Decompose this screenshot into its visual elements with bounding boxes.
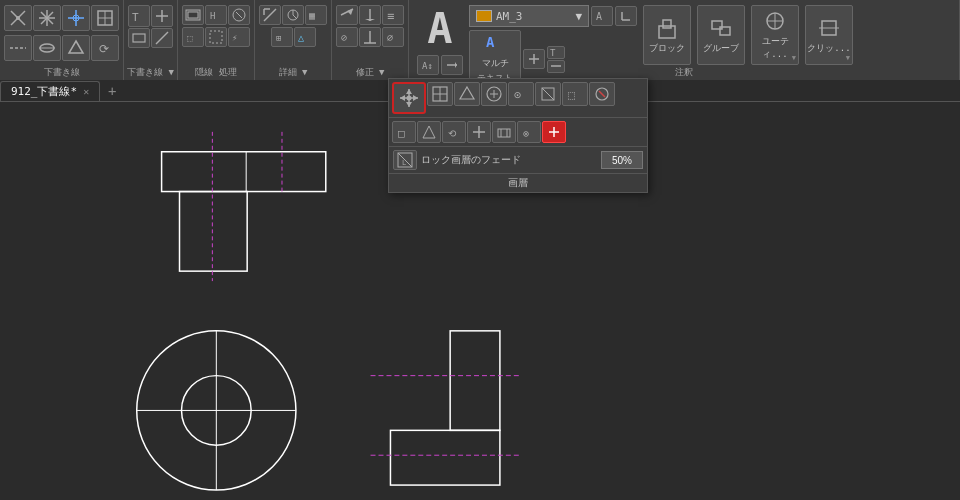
detail-btn3[interactable]: ▦ [305, 5, 327, 25]
am3-btn2[interactable] [615, 6, 637, 26]
modify-btn5[interactable] [359, 27, 381, 47]
hidden-btn1[interactable] [182, 5, 204, 25]
shasen-btn2[interactable] [33, 5, 61, 31]
shasen-btn1[interactable] [4, 5, 32, 31]
svg-rect-81 [390, 430, 499, 485]
am3-btn1[interactable]: A [591, 6, 613, 26]
group-label: グルーブ [703, 42, 739, 55]
panel-r2-btn7[interactable] [542, 121, 566, 143]
panel-r2-btn1[interactable]: □ [392, 121, 416, 143]
svg-text:T: T [550, 48, 556, 58]
am3-color [476, 10, 492, 22]
svg-text:∅: ∅ [387, 32, 393, 43]
am3-chevron: ▼ [575, 10, 582, 23]
modify-btn4[interactable]: ⊘ [336, 27, 358, 47]
layer-section-label: 画層 [389, 173, 647, 192]
svg-text:⊞: ⊞ [276, 33, 281, 43]
clip-label: クリッ... [807, 42, 850, 55]
hidden-btn6[interactable]: ⚡ [228, 27, 250, 47]
utility-chevron: ▼ [792, 54, 796, 62]
group-kakisei: T [124, 0, 178, 80]
detail-btn4[interactable]: ⊞ [271, 27, 293, 47]
shasen-btn8[interactable]: ⟳ [91, 35, 119, 61]
hidden-btn3[interactable] [228, 5, 250, 25]
am3-dropdown[interactable]: AM_3 ▼ [469, 5, 589, 27]
shasen-btn3[interactable] [62, 5, 90, 31]
text-sub1[interactable]: T [547, 46, 565, 59]
svg-marker-87 [406, 102, 412, 107]
svg-line-33 [264, 9, 276, 21]
move-icon-btn[interactable] [392, 82, 426, 114]
svg-line-103 [599, 91, 605, 97]
kakisei-btn2[interactable] [151, 5, 173, 27]
svg-rect-73 [180, 192, 248, 272]
modify-btn1[interactable] [336, 5, 358, 25]
panel-btn1[interactable] [427, 82, 453, 106]
tab-add-btn[interactable]: + [102, 81, 122, 101]
panel-r2-btn6[interactable]: ⊗ [517, 121, 541, 143]
am3-label: AM_3 [496, 10, 523, 23]
shasen-btn5[interactable] [4, 35, 32, 61]
l-shape-drawing [371, 331, 520, 485]
clip-btn[interactable]: クリッ... ▼ [805, 5, 853, 65]
detail-btn2[interactable] [282, 5, 304, 25]
kakisei-btn1[interactable]: T [128, 5, 150, 27]
group-shasen: ⟳ 下書き線 [0, 0, 124, 80]
modify-btn2[interactable] [359, 5, 381, 25]
svg-text:A: A [486, 34, 495, 50]
svg-text:△: △ [298, 32, 304, 43]
panel-btn5[interactable] [535, 82, 561, 106]
detail-btn5[interactable]: △ [294, 27, 316, 47]
panel-r2-btn3[interactable]: ⟲ [442, 121, 466, 143]
tab-close-icon[interactable]: ✕ [83, 86, 89, 97]
panel-btn4[interactable]: ⊙ [508, 82, 534, 106]
panel-btn7[interactable] [589, 82, 615, 106]
hidden-btn5[interactable] [205, 27, 227, 47]
svg-line-29 [236, 12, 242, 18]
panel-r2-btn2[interactable] [417, 121, 441, 143]
hidden-btn2[interactable]: H [205, 5, 227, 25]
svg-line-105 [423, 126, 429, 138]
svg-rect-23 [133, 34, 145, 42]
svg-rect-26 [188, 12, 198, 18]
svg-text:H: H [210, 11, 215, 21]
panel-btn2[interactable] [454, 82, 480, 106]
svg-line-100 [542, 88, 554, 100]
panel-btn3[interactable] [481, 82, 507, 106]
shasen-btn7[interactable] [62, 35, 90, 61]
t-shape-drawing [162, 132, 326, 281]
block-btn[interactable]: ブロック [643, 5, 691, 65]
panel-r2-btn4[interactable] [467, 121, 491, 143]
group-btn[interactable]: グルーブ [697, 5, 745, 65]
panel-toolbar-row1: ⊙ ⬚ [389, 79, 647, 118]
utility-btn[interactable]: ユーティ... ▼ [751, 5, 799, 65]
shasen-btn6[interactable] [33, 35, 61, 61]
svg-point-90 [407, 96, 412, 101]
kakisei-btn3[interactable] [128, 28, 150, 48]
svg-marker-45 [365, 19, 375, 21]
group-hidden: H ⬚ [178, 0, 255, 80]
group-detail: ▦ ⊞ △ 詳細 ▼ [255, 0, 332, 80]
svg-marker-86 [406, 89, 412, 94]
shasen-btn4[interactable] [91, 5, 119, 31]
lock-layer-text: ロック画層のフェード [421, 153, 597, 167]
detail-btn1[interactable] [259, 5, 281, 25]
ribbon-toolbar: ⟳ 下書き線 T [0, 0, 960, 80]
group-label-detail: 詳細 ▼ [255, 66, 331, 79]
group-label-shasen: 下書き線 [0, 66, 123, 79]
block-label: ブロック [649, 42, 685, 55]
svg-text:□: □ [398, 127, 405, 140]
modify-btn6[interactable]: ∅ [382, 27, 404, 47]
lock-layer-value-input[interactable] [601, 151, 643, 169]
hidden-btn4[interactable]: ⬚ [182, 27, 204, 47]
layer-fade-icon[interactable]: L [393, 150, 417, 170]
modify-btn3[interactable]: ≡ [382, 5, 404, 25]
svg-marker-18 [69, 41, 83, 53]
panel-btn6[interactable]: ⬚ [562, 82, 588, 106]
tab-main[interactable]: 912_下書線* ✕ [0, 81, 100, 101]
svg-rect-80 [450, 331, 500, 431]
svg-text:A: A [596, 11, 602, 22]
panel-r2-btn5[interactable] [492, 121, 516, 143]
kakisei-btn4[interactable] [151, 28, 173, 48]
svg-rect-31 [210, 31, 222, 43]
